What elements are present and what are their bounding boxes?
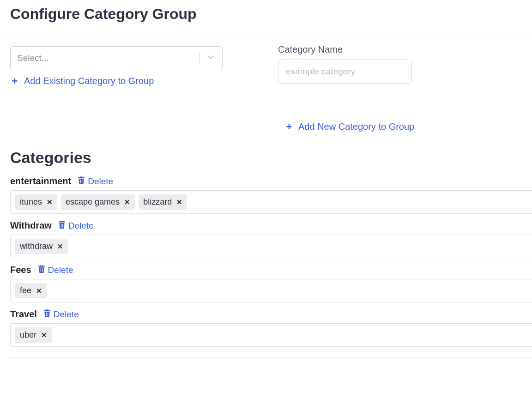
tag-input-box[interactable]: withdraw✕ — [10, 235, 532, 258]
add-new-label: Add New Category to Group — [298, 121, 414, 132]
category-name: Travel — [10, 309, 37, 320]
categories-list: entertainmentDeleteitunes✕escape games✕b… — [10, 176, 532, 347]
tag-input-box[interactable]: uber✕ — [10, 323, 532, 347]
remove-tag-icon[interactable]: ✕ — [57, 242, 63, 251]
tag: withdraw✕ — [15, 239, 68, 254]
tag-input-box[interactable]: fee✕ — [10, 279, 532, 302]
delete-label: Delete — [54, 309, 79, 320]
trash-icon — [38, 265, 45, 275]
category-block: TravelDeleteuber✕ — [10, 309, 532, 347]
plus-icon: + — [284, 122, 294, 132]
delete-category-button[interactable]: Delete — [78, 176, 113, 187]
delete-label: Delete — [88, 176, 113, 187]
category-name-label: Category Name — [278, 44, 490, 55]
delete-category-button[interactable]: Delete — [58, 220, 94, 231]
delete-category-button[interactable]: Delete — [38, 265, 73, 275]
category-block: entertainmentDeleteitunes✕escape games✕b… — [10, 176, 532, 214]
tag-label: escape games — [66, 197, 120, 207]
categories-heading: Categories — [10, 149, 532, 167]
trash-icon — [78, 176, 85, 187]
category-name: entertainment — [10, 176, 71, 187]
tag-label: fee — [20, 286, 31, 296]
tag-label: withdraw — [20, 242, 53, 251]
plus-icon: + — [10, 76, 19, 86]
remove-tag-icon[interactable]: ✕ — [41, 331, 47, 339]
remove-tag-icon[interactable]: ✕ — [124, 198, 130, 206]
chevron-down-icon — [206, 52, 216, 64]
select-placeholder: Select... — [17, 53, 49, 63]
tag: blizzard✕ — [139, 194, 187, 210]
tag-label: uber — [20, 330, 36, 340]
tag: escape games✕ — [61, 194, 135, 210]
add-new-category-link[interactable]: + Add New Category to Group — [284, 121, 414, 132]
trash-icon — [58, 220, 66, 231]
tag: fee✕ — [15, 283, 47, 298]
category-block: FeesDeletefee✕ — [10, 265, 532, 302]
select-divider — [200, 52, 200, 64]
add-existing-category-link[interactable]: + Add Existing Category to Group — [10, 76, 154, 86]
divider — [0, 32, 532, 32]
category-block: WithdrawDeletewithdraw✕ — [10, 220, 532, 258]
category-name: Fees — [10, 265, 31, 275]
bottom-divider — [10, 357, 532, 357]
trash-icon — [43, 309, 51, 320]
tag-input-box[interactable]: itunes✕escape games✕blizzard✕ — [10, 190, 532, 214]
category-name-input[interactable] — [278, 60, 412, 84]
tag-label: blizzard — [143, 197, 172, 207]
delete-label: Delete — [48, 265, 73, 275]
category-name: Withdraw — [10, 220, 52, 231]
add-existing-label: Add Existing Category to Group — [24, 76, 154, 86]
remove-tag-icon[interactable]: ✕ — [176, 198, 182, 206]
delete-label: Delete — [68, 221, 94, 231]
remove-tag-icon[interactable]: ✕ — [36, 287, 42, 295]
tag: uber✕ — [15, 327, 52, 343]
tag: itunes✕ — [15, 194, 57, 210]
existing-category-select[interactable]: Select... — [10, 46, 223, 70]
tag-label: itunes — [20, 197, 42, 207]
remove-tag-icon[interactable]: ✕ — [47, 198, 53, 206]
page-title: Configure Category Group — [10, 6, 532, 23]
delete-category-button[interactable]: Delete — [43, 309, 79, 320]
